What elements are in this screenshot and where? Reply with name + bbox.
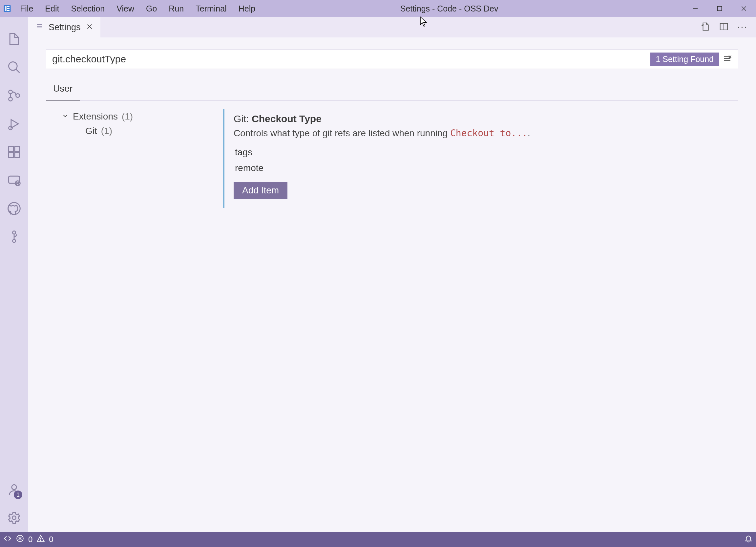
menu-go[interactable]: Go [140, 0, 163, 17]
setting-title: Git: Checkout Type [234, 113, 738, 124]
setting-title-prefix: Git: [234, 113, 252, 124]
tree-git-count: (1) [101, 126, 112, 136]
settings-tab-icon [35, 22, 43, 32]
accounts-badge: 1 [14, 491, 22, 499]
window-controls [683, 0, 756, 17]
settings-found-badge: 1 Setting Found [650, 53, 719, 66]
menu-help[interactable]: Help [233, 0, 261, 17]
svg-rect-3 [7, 8, 10, 9]
settings-content: Extensions (1) Git (1) Git: Checkout Typ… [46, 109, 738, 532]
close-icon[interactable] [86, 22, 93, 32]
main-shell: 1 Settings [0, 17, 756, 532]
tab-actions: ··· [701, 22, 752, 33]
setting-description-tail: . [528, 128, 530, 138]
settings-scope-tabs: User [46, 79, 738, 101]
setting-description: Controls what type of git refs are liste… [234, 128, 738, 138]
activity-run-debug[interactable] [0, 110, 28, 138]
more-actions-icon[interactable]: ··· [737, 22, 747, 33]
svg-line-10 [16, 69, 20, 73]
tab-settings[interactable]: Settings [28, 17, 100, 37]
scope-user-tab[interactable]: User [46, 79, 80, 100]
activity-settings-gear[interactable] [0, 504, 28, 532]
tree-extensions[interactable]: Extensions (1) [46, 109, 223, 124]
window-maximize-button[interactable] [707, 0, 732, 17]
activity-github[interactable] [0, 194, 28, 222]
svg-rect-19 [15, 147, 20, 152]
split-editor-icon[interactable] [719, 22, 729, 33]
svg-point-26 [12, 239, 15, 242]
svg-rect-1 [5, 6, 7, 11]
menu-terminal[interactable]: Terminal [190, 0, 232, 17]
svg-rect-4 [7, 10, 10, 11]
tab-label: Settings [49, 22, 81, 32]
warnings-count[interactable]: 0 [49, 535, 53, 544]
activity-bar: 1 [0, 17, 28, 532]
settings-tree: Extensions (1) Git (1) [46, 109, 223, 532]
tree-git[interactable]: Git (1) [46, 124, 223, 138]
setting-git-checkout-type: Git: Checkout Type Controls what type of… [223, 109, 738, 208]
setting-title-name: Checkout Type [252, 113, 322, 124]
tree-extensions-label: Extensions [73, 111, 118, 122]
status-left: 0 0 [3, 534, 53, 545]
svg-rect-18 [15, 153, 20, 158]
setting-list-item[interactable]: tags [234, 144, 738, 160]
clear-search-icon[interactable] [722, 53, 732, 65]
menu-view[interactable]: View [111, 0, 140, 17]
tree-git-label: Git [85, 126, 97, 136]
window-title: Settings - Code - OSS Dev [261, 4, 683, 13]
activity-source-control[interactable] [0, 81, 28, 110]
editor-area: Settings ··· 1 Setting Found [28, 17, 756, 532]
menu-file[interactable]: File [14, 0, 39, 17]
svg-point-11 [9, 90, 12, 94]
search-input[interactable] [52, 53, 650, 65]
errors-count[interactable]: 0 [28, 535, 32, 544]
status-bar: 0 0 [0, 532, 756, 547]
activity-git-graph[interactable] [0, 222, 28, 251]
add-item-button[interactable]: Add Item [234, 182, 287, 199]
open-settings-json-icon[interactable] [701, 22, 710, 33]
warnings-icon[interactable] [36, 534, 45, 545]
svg-rect-20 [9, 176, 20, 183]
remote-indicator-icon[interactable] [3, 534, 12, 545]
activity-accounts[interactable]: 1 [0, 475, 28, 504]
menu-selection[interactable]: Selection [65, 0, 111, 17]
activity-extensions[interactable] [0, 138, 28, 166]
settings-body: 1 Setting Found User Extensions (1) [28, 37, 756, 532]
activity-explorer[interactable] [0, 25, 28, 53]
svg-rect-16 [9, 147, 14, 152]
notifications-icon[interactable] [744, 534, 753, 545]
window-close-button[interactable] [732, 0, 756, 17]
menu-edit[interactable]: Edit [39, 0, 65, 17]
svg-point-25 [12, 231, 15, 234]
svg-point-27 [12, 485, 17, 490]
svg-point-45 [40, 540, 41, 541]
menu-bar: File Edit Selection View Go Run Terminal… [14, 0, 261, 17]
chevron-down-icon [62, 111, 69, 122]
svg-point-9 [9, 62, 17, 71]
errors-icon[interactable] [16, 534, 24, 545]
window-minimize-button[interactable] [683, 0, 707, 17]
title-bar: File Edit Selection View Go Run Terminal… [0, 0, 756, 17]
setting-description-code: Checkout to... [450, 128, 528, 138]
tab-row: Settings ··· [28, 17, 756, 37]
tree-extensions-count: (1) [122, 111, 133, 122]
activity-remote[interactable] [0, 166, 28, 194]
menu-run[interactable]: Run [163, 0, 190, 17]
svg-rect-6 [718, 7, 722, 11]
svg-point-13 [16, 94, 20, 97]
activity-search[interactable] [0, 53, 28, 81]
svg-point-28 [12, 516, 16, 520]
svg-rect-17 [9, 153, 14, 158]
settings-search[interactable]: 1 Setting Found [46, 49, 738, 69]
svg-rect-2 [7, 6, 10, 7]
app-logo-icon [0, 0, 14, 17]
setting-list-item[interactable]: remote [234, 160, 738, 176]
svg-point-12 [9, 97, 12, 101]
setting-description-lead: Controls what type of git refs are liste… [234, 128, 450, 138]
